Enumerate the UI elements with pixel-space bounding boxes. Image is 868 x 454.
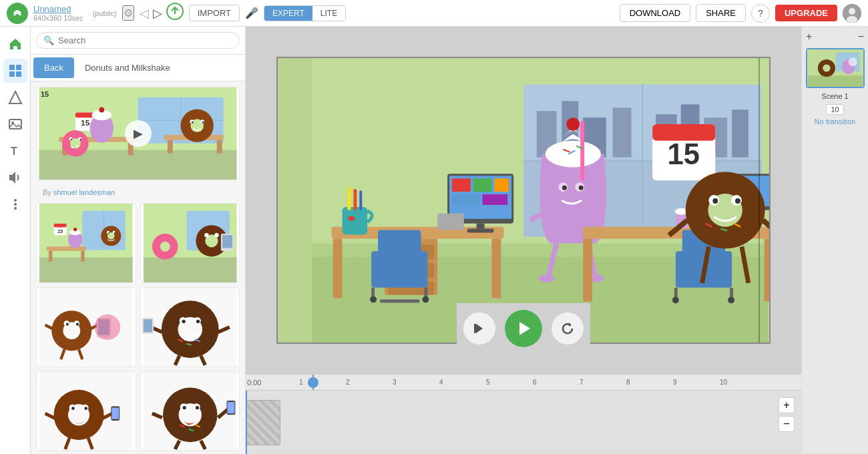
svg-point-126 — [195, 406, 198, 409]
share-button[interactable]: SHARE — [696, 4, 746, 22]
svg-rect-205 — [467, 229, 494, 233]
svg-rect-134 — [227, 402, 234, 413]
svg-point-14 — [14, 203, 17, 206]
replay-button[interactable] — [552, 312, 584, 345]
settings-button[interactable]: ⚙ — [122, 5, 134, 21]
sidebar-item-more[interactable] — [3, 192, 27, 216]
svg-marker-9 — [9, 91, 21, 103]
svg-point-271 — [823, 64, 830, 71]
svg-rect-203 — [483, 194, 508, 205]
project-title[interactable]: Unnamed — [33, 4, 83, 14]
svg-rect-263 — [474, 324, 476, 333]
svg-rect-67 — [144, 257, 236, 282]
sidebar-item-images[interactable] — [3, 112, 27, 136]
svg-point-253 — [712, 198, 718, 204]
upload-button[interactable] — [166, 3, 184, 23]
add-scene-button[interactable]: + — [806, 31, 812, 43]
list-item[interactable] — [36, 287, 136, 367]
svg-point-38 — [202, 122, 204, 124]
svg-rect-209 — [353, 189, 357, 210]
scenes-panel: + − Scene 1 10 No transition — [801, 27, 868, 454]
zoom-out-button[interactable]: − — [779, 416, 795, 432]
svg-rect-53 — [81, 251, 84, 262]
svg-text:15: 15 — [57, 228, 63, 234]
list-item[interactable] — [36, 371, 136, 451]
svg-point-247 — [672, 297, 679, 304]
avatar[interactable] — [843, 4, 861, 23]
svg-rect-48 — [39, 257, 132, 282]
project-title-area: Unnamed 640x360 10sec — [33, 4, 83, 22]
list-item[interactable] — [140, 371, 240, 451]
svg-rect-220 — [580, 121, 584, 180]
svg-rect-105 — [144, 319, 152, 332]
timeline-playhead[interactable] — [312, 375, 314, 390]
svg-point-4 — [847, 16, 857, 23]
search-input[interactable] — [58, 35, 232, 45]
playback-controls — [457, 303, 590, 354]
zoom-in-button[interactable]: + — [779, 397, 795, 413]
svg-point-230 — [539, 274, 555, 282]
sidebar-item-shapes[interactable] — [3, 85, 27, 109]
svg-point-37 — [192, 122, 194, 124]
timeline-zoom-controls: + − — [779, 397, 795, 432]
microphone-button[interactable]: 🎤 — [245, 7, 258, 19]
search-icon: 🔍 — [43, 35, 54, 45]
preview-play-button[interactable]: ▶ — [125, 120, 152, 147]
svg-rect-208 — [347, 187, 351, 210]
author-link[interactable]: shmuel landesman — [53, 188, 115, 196]
canvas-viewport[interactable]: 15 — [246, 27, 801, 374]
list-item[interactable] — [140, 203, 240, 283]
svg-rect-55 — [53, 224, 66, 227]
svg-rect-200 — [473, 178, 492, 192]
timeline-clip[interactable] — [246, 400, 280, 445]
play-pause-button[interactable] — [505, 310, 542, 347]
svg-rect-5 — [9, 65, 15, 70]
svg-rect-119 — [112, 408, 119, 419]
svg-text:15: 15 — [81, 118, 90, 128]
asset-author-wrap: By shmuel landesman — [36, 184, 240, 199]
no-transition-label[interactable]: No transition — [815, 118, 856, 126]
list-item[interactable]: 15 — [36, 87, 240, 180]
sidebar-item-audio[interactable] — [3, 166, 27, 190]
topbar: Unnamed 640x360 10sec (public) ⚙ ◁ ▷ IMP… — [0, 0, 868, 27]
app-logo — [7, 3, 28, 24]
list-item[interactable] — [140, 287, 240, 367]
svg-point-96 — [182, 320, 185, 323]
svg-point-273 — [848, 57, 857, 66]
play-from-start-button[interactable] — [463, 312, 495, 345]
svg-point-72 — [214, 233, 218, 237]
svg-point-64 — [108, 232, 110, 234]
list-item[interactable]: 15 — [36, 203, 136, 283]
help-button[interactable]: ? — [751, 4, 770, 23]
sidebar-item-home[interactable] — [3, 32, 27, 56]
svg-rect-178 — [613, 107, 632, 157]
scene-thumbnail[interactable] — [806, 48, 865, 88]
scene-duration[interactable]: 10 — [826, 104, 843, 115]
scene-label: Scene 1 — [821, 92, 848, 100]
playhead-handle[interactable] — [308, 377, 318, 388]
remove-scene-button[interactable]: − — [858, 31, 864, 43]
svg-point-112 — [71, 407, 75, 410]
svg-rect-6 — [16, 65, 21, 70]
upgrade-button[interactable]: UPGRADE — [775, 5, 837, 21]
redo-button[interactable]: ▷ — [153, 6, 162, 21]
svg-point-59 — [73, 228, 77, 231]
svg-rect-195 — [333, 238, 343, 298]
svg-rect-171 — [278, 58, 312, 343]
expert-mode-button[interactable]: EXPERT — [264, 6, 312, 21]
sidebar-item-text[interactable]: T — [3, 139, 27, 163]
nav-controls: ◁ ▷ — [140, 3, 184, 23]
search-input-wrap[interactable]: 🔍 — [36, 32, 240, 49]
import-button[interactable]: IMPORT — [189, 5, 240, 21]
svg-rect-211 — [371, 251, 427, 287]
svg-point-125 — [182, 406, 186, 409]
canvas-frame: 15 — [276, 57, 771, 344]
sidebar-item-scenes[interactable] — [3, 59, 27, 83]
svg-point-44 — [80, 139, 81, 140]
asset-scene-number: 15 — [41, 90, 49, 98]
download-button[interactable]: DOWNLOAD — [620, 4, 691, 22]
lite-mode-button[interactable]: LITE — [312, 6, 345, 21]
back-button[interactable]: Back — [33, 57, 74, 78]
svg-rect-234 — [583, 238, 592, 301]
undo-button[interactable]: ◁ — [140, 6, 149, 21]
